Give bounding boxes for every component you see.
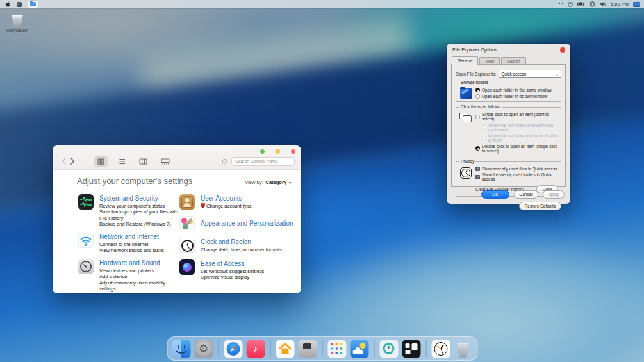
minimize-button[interactable] [260,149,265,154]
chevron-down-icon: ▾ [289,180,291,185]
radio-selected-icon [475,146,480,151]
settings-icon[interactable]: ⚙ [194,340,213,358]
zoom-button[interactable] [276,149,280,154]
cancel-button[interactable]: Cancel [514,190,538,199]
gauge-icon [78,259,94,274]
view-by-value: Category [265,179,286,185]
category-title[interactable]: Hardware and Sound [99,259,179,267]
category-link[interactable]: Review your computer's status [99,203,179,209]
view-mode-buttons [94,156,174,167]
category-user-accounts[interactable]: User Accounts Change account type [179,194,296,210]
category-link[interactable]: Adjust commonly used mobility settings [99,280,179,292]
ok-button[interactable]: OK [481,190,509,199]
apple-icon[interactable] [5,1,10,8]
recycle-bin-label: Recycle Bin [3,28,32,33]
category-link[interactable]: Change date, time, or number formats [201,247,282,252]
category-title[interactable]: System and Security [99,195,179,202]
close-button[interactable] [291,149,295,154]
recycle-bin[interactable]: Recycle Bin [3,15,32,33]
category-title[interactable]: Appearance and Personalization [201,220,293,227]
control-panel-titlebar[interactable]: ⋮ [53,145,301,170]
category-title[interactable]: Ease of Access [201,260,264,267]
category-clock-region[interactable]: Clock and Region Change date, time, or n… [179,238,296,253]
dock: ⚙ ♪ [167,336,477,361]
window-controls [260,149,295,154]
launchpad-icon[interactable] [327,340,346,358]
home-icon[interactable] [276,340,294,358]
category-appearance[interactable]: Appearance and Personalization [179,216,296,231]
category-link[interactable]: Optimize visual display [201,274,264,280]
category-link[interactable]: Backup and Restore (Windows 7) [99,221,179,227]
category-title[interactable]: User Accounts [201,195,252,202]
radio-same-window[interactable]: Open each folder in the same window [475,88,558,92]
apply-button[interactable]: Apply [543,190,565,199]
category-link[interactable]: View network status and tasks [99,247,164,253]
category-link[interactable]: Connect to the Internet [99,242,164,247]
category-title[interactable]: Network and Internet [99,233,164,240]
radio-disabled-icon [482,136,486,140]
restore-defaults-button[interactable]: Restore Defaults [519,202,561,210]
chevron-down-icon[interactable] [559,1,563,8]
tab-general[interactable]: General [452,56,478,65]
open-to-row: Open File Explorer to: Quick access ⌄ [456,70,561,78]
search-input[interactable] [231,157,295,166]
privacy-clock-icon [459,167,473,182]
dock-separator [374,340,374,357]
weather-icon[interactable] [350,340,368,358]
columns-view-icon[interactable] [135,156,151,167]
overlapping-windows-icon [459,112,473,153]
category-ease-of-access[interactable]: Ease of Access Let Windows suggest setti… [179,259,296,281]
back-icon[interactable] [59,156,68,167]
mission-control-icon[interactable] [402,340,420,358]
music-icon[interactable]: ♪ [246,340,265,358]
app-icon[interactable] [17,1,22,8]
globe-icon[interactable] [590,1,595,8]
window-icon[interactable] [568,1,573,8]
category-link[interactable]: Let Windows suggest settings [201,268,264,274]
category-title[interactable]: Clock and Region [201,238,282,245]
trash-icon[interactable] [454,340,472,358]
menubar-clock[interactable]: 5:09 PM [611,1,629,7]
open-to-select[interactable]: Quick access ⌄ [499,70,561,78]
toolbar-divider: ⋮ [213,159,217,164]
click-items-group: Click items as follows Single-click to o… [456,107,561,156]
list-view-icon[interactable] [114,156,129,167]
category-link[interactable]: Add a device [99,274,179,279]
gallery-view-icon[interactable] [157,156,174,167]
clock-app-icon[interactable] [431,340,450,358]
explorer-folder-icon[interactable] [28,1,38,8]
category-link[interactable]: Save backup copies of your files with Fi… [99,209,179,221]
menubar-left [0,0,38,8]
category-link[interactable]: View devices and printers [99,268,179,274]
grid-view-icon[interactable] [94,156,108,167]
radio-icon [475,94,480,99]
checkbox-frequent-folders[interactable]: ✓ Show frequently used folders in Quick … [475,172,558,181]
category-system-security[interactable]: System and Security Review your computer… [78,194,179,227]
user-accounts-icon [179,194,195,210]
finder-icon[interactable] [172,340,190,358]
checkbox-checked-icon: ✓ [475,175,480,179]
dialog-titlebar[interactable]: File Explorer Options [447,44,570,56]
radio-own-window[interactable]: Open each folder in its own window [475,94,558,99]
recycle-bin-icon [12,15,24,27]
forward-icon[interactable] [68,156,77,167]
refresh-icon[interactable] [221,158,227,165]
menubar-tray: 5:09 PM [559,0,644,8]
uac-shield-icon [201,203,205,208]
category-hardware-sound[interactable]: Hardware and Sound View devices and prin… [78,259,179,292]
view-by-dropdown[interactable]: View by: Category ▾ [245,179,291,185]
battery-icon[interactable] [577,1,585,8]
system-info-icon[interactable] [298,340,317,358]
time-machine-icon[interactable] [379,340,398,358]
radio-single-click[interactable]: Single-click to open an item (point to s… [475,112,558,121]
volume-icon[interactable] [600,1,606,8]
safari-icon[interactable] [224,340,242,358]
checkbox-recent-files[interactable]: ✓ Show recently used files in Quick acce… [475,167,558,171]
close-icon[interactable] [560,47,565,53]
display-icon[interactable] [633,1,640,8]
category-network-internet[interactable]: Network and Internet Connect to the Inte… [78,233,179,254]
category-link[interactable]: Change account type [201,203,252,209]
radio-double-click[interactable]: Double-click to open an item (single-cli… [475,144,558,153]
dock-separator [425,340,426,357]
radio-selected-icon [475,88,480,92]
